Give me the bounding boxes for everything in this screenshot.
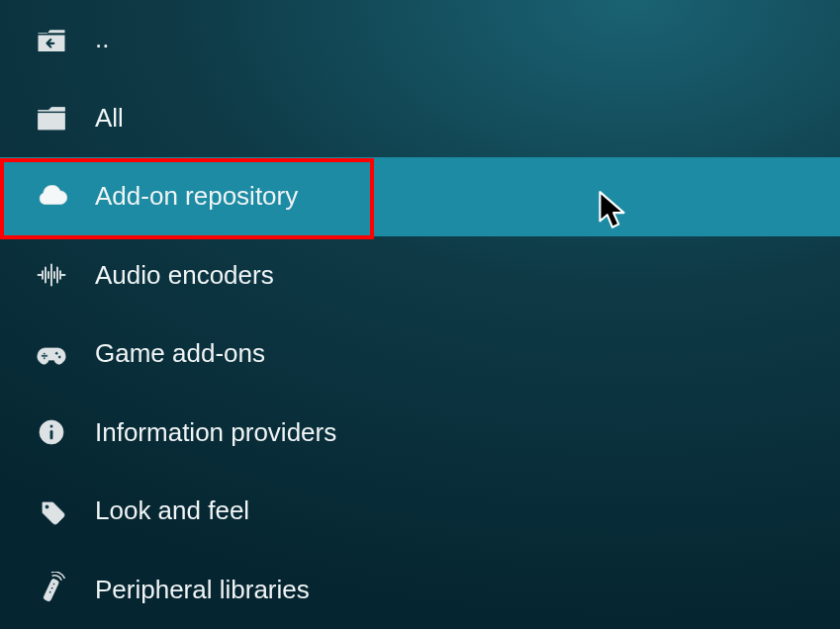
remote-icon xyxy=(22,551,81,630)
list-item-label: All xyxy=(81,103,124,134)
list-item-label: .. xyxy=(81,24,109,54)
svg-rect-15 xyxy=(49,430,53,440)
gamepad-icon xyxy=(22,314,81,394)
tag-icon xyxy=(22,472,81,551)
list-item-game-addons[interactable]: Game add-ons xyxy=(0,314,840,394)
cloud-icon xyxy=(22,157,81,236)
list-item-label: Peripheral libraries xyxy=(81,575,310,605)
waveform-icon xyxy=(22,236,81,315)
folder-back-icon xyxy=(22,0,81,79)
info-icon xyxy=(22,394,81,473)
category-list: .. All Add-on repository xyxy=(0,0,840,629)
list-item-peripheral-libraries[interactable]: Peripheral libraries xyxy=(0,551,840,630)
list-item-all[interactable]: All xyxy=(0,79,840,158)
svg-point-14 xyxy=(49,424,53,428)
svg-point-12 xyxy=(58,355,61,358)
list-item-label: Look and feel xyxy=(81,495,249,526)
list-item-parent[interactable]: .. xyxy=(0,0,840,79)
svg-point-16 xyxy=(45,504,49,509)
list-item-label: Information providers xyxy=(81,417,336,448)
list-item-addon-repository[interactable]: Add-on repository xyxy=(0,157,840,236)
list-item-information-providers[interactable]: Information providers xyxy=(0,394,840,473)
folder-icon xyxy=(22,79,81,158)
svg-rect-17 xyxy=(44,579,59,602)
svg-point-11 xyxy=(55,351,58,354)
list-item-label: Audio encoders xyxy=(81,260,274,291)
svg-rect-10 xyxy=(42,355,48,357)
list-item-look-and-feel[interactable]: Look and feel xyxy=(0,472,840,551)
list-item-label: Game add-ons xyxy=(81,338,265,369)
list-item-label: Add-on repository xyxy=(81,181,298,212)
list-item-audio-encoders[interactable]: Audio encoders xyxy=(0,236,840,315)
